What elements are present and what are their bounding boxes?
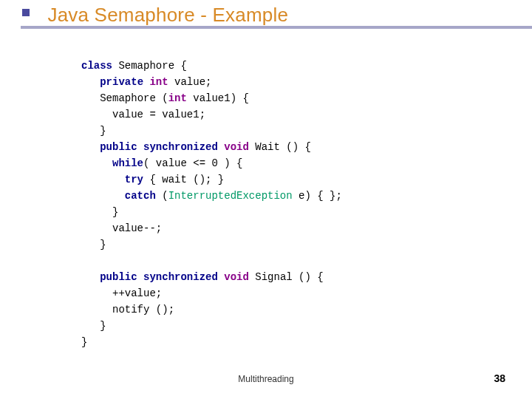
code-line: } (81, 320, 106, 332)
footer-text: Multithreading (0, 374, 532, 384)
code-line: catch (InterruptedException e) { }; (81, 190, 342, 202)
slide-title: Java Semaphore - Example (47, 4, 288, 26)
code-line: ++value; (81, 287, 162, 299)
code-line: try { wait (); } (81, 174, 224, 185)
page-number: 38 (494, 372, 505, 384)
code-line: public synchronized void Wait () { (81, 141, 311, 153)
code-line: value = value1; (81, 109, 205, 120)
code-line: class Semaphore { (81, 60, 187, 72)
title-bullet-icon (21, 7, 37, 24)
code-line: } (81, 125, 106, 137)
code-line: private int value; (81, 76, 211, 88)
slide-title-bar: Java Semaphore - Example (21, 4, 532, 29)
code-block: class Semaphore { private int value; Sem… (81, 41, 342, 350)
code-line: notify (); (81, 304, 174, 316)
code-line: value--; (81, 222, 162, 234)
code-line: } (81, 239, 106, 250)
code-line: } (81, 336, 87, 348)
code-line: Semaphore (int value1) { (81, 92, 249, 104)
code-line: public synchronized void Signal () { (81, 271, 324, 283)
code-line: while( value <= 0 ) { (81, 157, 242, 169)
code-line: } (81, 206, 118, 218)
